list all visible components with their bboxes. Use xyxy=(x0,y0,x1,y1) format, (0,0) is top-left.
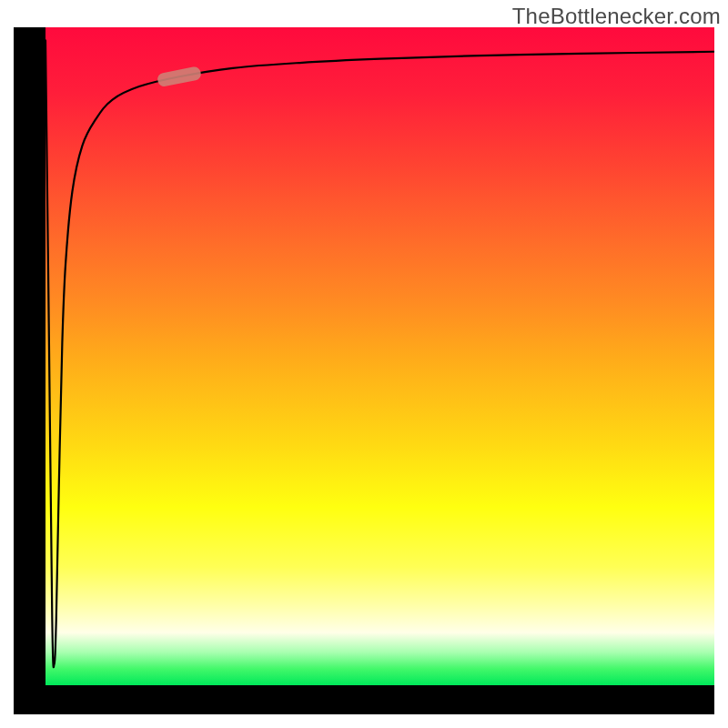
curve-svg xyxy=(46,27,714,685)
chart-stage: TheBottlenecker.com xyxy=(0,0,728,728)
plot-frame xyxy=(14,27,714,714)
attribution-label: TheBottlenecker.com xyxy=(512,4,721,29)
bottleneck-curve xyxy=(46,40,714,667)
curve-marker xyxy=(157,66,202,87)
plot-area xyxy=(46,27,714,685)
